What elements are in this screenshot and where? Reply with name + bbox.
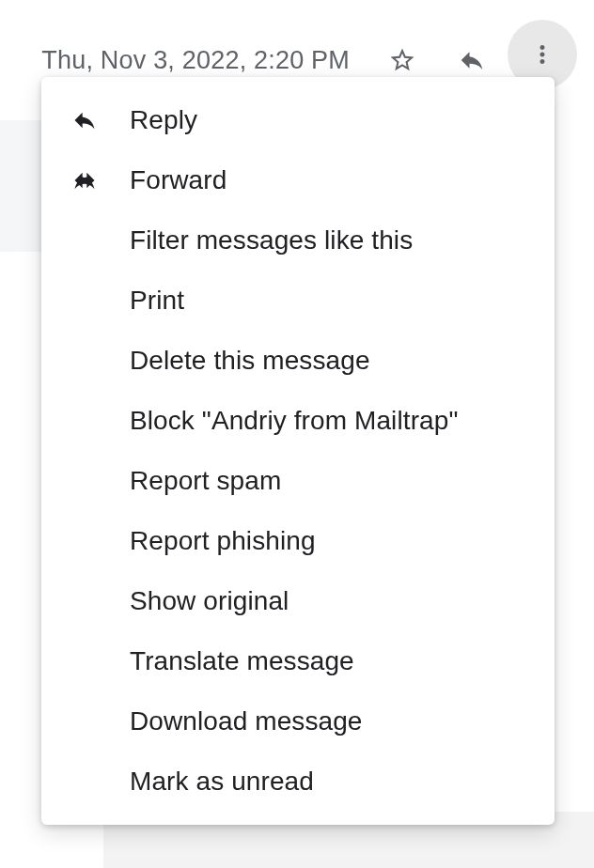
reply-arrow-icon	[458, 46, 486, 74]
menu-label: Show original	[130, 586, 289, 616]
menu-item-translate[interactable]: Translate message	[41, 631, 555, 691]
more-vert-icon	[528, 40, 556, 69]
menu-item-download[interactable]: Download message	[41, 691, 555, 752]
menu-item-report-phishing[interactable]: Report phishing	[41, 511, 555, 571]
forward-icon	[71, 167, 130, 194]
menu-item-filter[interactable]: Filter messages like this	[41, 210, 555, 271]
menu-item-block[interactable]: Block "Andriy from Mailtrap"	[41, 391, 555, 451]
menu-item-show-original[interactable]: Show original	[41, 571, 555, 631]
menu-label: Report spam	[130, 466, 281, 496]
menu-item-forward[interactable]: Forward	[41, 150, 555, 210]
menu-label: Filter messages like this	[130, 225, 413, 256]
menu-label: Mark as unread	[130, 767, 314, 797]
menu-item-report-spam[interactable]: Report spam	[41, 451, 555, 511]
menu-label: Report phishing	[130, 526, 316, 556]
menu-label: Reply	[130, 105, 197, 135]
menu-label: Forward	[130, 165, 227, 195]
menu-item-reply[interactable]: Reply	[41, 90, 555, 150]
menu-label: Block "Andriy from Mailtrap"	[130, 406, 458, 436]
message-actions-menu: Reply Forward Filter messages like this …	[41, 77, 555, 825]
star-button[interactable]	[382, 39, 423, 81]
menu-label: Translate message	[130, 646, 354, 676]
menu-label: Print	[130, 286, 184, 316]
reply-button[interactable]	[451, 39, 492, 81]
reply-icon	[71, 107, 130, 133]
bg-stripe	[0, 120, 41, 252]
menu-label: Delete this message	[130, 346, 370, 376]
menu-item-print[interactable]: Print	[41, 271, 555, 331]
star-icon	[388, 46, 416, 74]
menu-item-delete[interactable]: Delete this message	[41, 331, 555, 391]
menu-item-mark-unread[interactable]: Mark as unread	[41, 752, 555, 812]
menu-label: Download message	[130, 706, 363, 736]
email-timestamp: Thu, Nov 3, 2022, 2:20 PM	[41, 46, 350, 75]
